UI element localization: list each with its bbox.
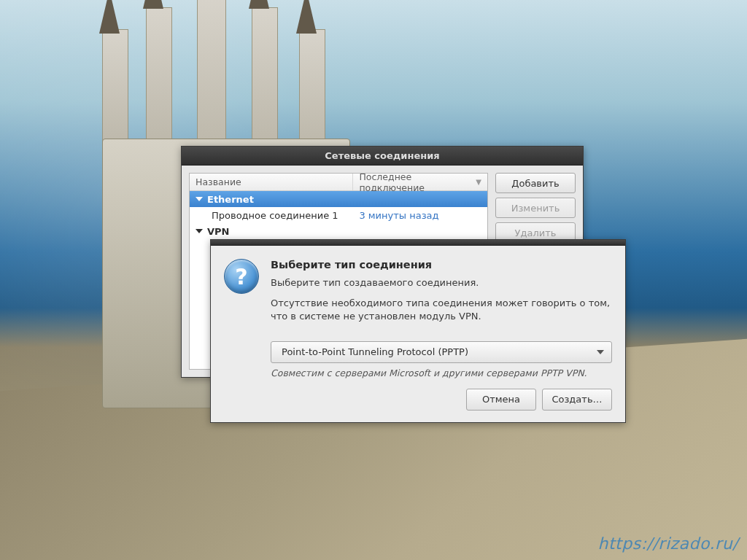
section-vpn[interactable]: VPN (190, 223, 487, 239)
connection-name: Проводное соединение 1 (190, 210, 353, 221)
question-icon: ? (224, 259, 259, 294)
connection-row[interactable]: Проводное соединение 1 3 минуты назад (190, 207, 487, 223)
section-ethernet[interactable]: Ethernet (190, 191, 487, 207)
connection-type-combo[interactable]: Point-to-Point Tunneling Protocol (PPTP) (271, 341, 612, 363)
combo-selected-label: Point-to-Point Tunneling Protocol (PPTP) (282, 346, 597, 357)
watermark: https://rizado.ru/ (598, 534, 738, 553)
section-label: Ethernet (207, 194, 254, 205)
column-header-last-used[interactable]: Последнее подключение ▼ (353, 174, 487, 190)
combo-description: Совместим с серверами Microsoft и другим… (271, 368, 612, 378)
chevron-down-icon (196, 229, 203, 233)
sort-descending-icon: ▼ (476, 178, 481, 186)
window-title: Сетевые соединения (325, 150, 439, 161)
connection-last-used: 3 минуты назад (353, 210, 487, 221)
connection-type-dialog: ? Выберите тип соединения Выберите тип с… (210, 239, 626, 423)
dialog-heading: Выберите тип соединения (271, 259, 612, 271)
chevron-down-icon (597, 350, 604, 354)
desktop-wallpaper: Сетевые соединения Название Последнее по… (0, 0, 747, 560)
column-header-name[interactable]: Название (190, 174, 353, 190)
connections-list-header: Название Последнее подключение ▼ (190, 174, 487, 191)
dialog-description-1: Выберите тип создаваемого соединения. (271, 276, 612, 289)
window-titlebar[interactable]: Сетевые соединения (182, 147, 583, 166)
dialog-actions: Отмена Создать… (211, 378, 625, 422)
chevron-down-icon (196, 197, 203, 201)
dialog-description-2: Отсутствие необходимого типа соединения … (271, 297, 612, 323)
add-button[interactable]: Добавить (495, 173, 576, 193)
cancel-button[interactable]: Отмена (466, 389, 536, 411)
create-button[interactable]: Создать… (542, 389, 612, 411)
section-label: VPN (207, 226, 229, 237)
dialog-text: Выберите тип соединения Выберите тип соз… (271, 259, 612, 331)
edit-button[interactable]: Изменить (495, 198, 576, 218)
dialog-titlebar[interactable] (211, 240, 625, 246)
